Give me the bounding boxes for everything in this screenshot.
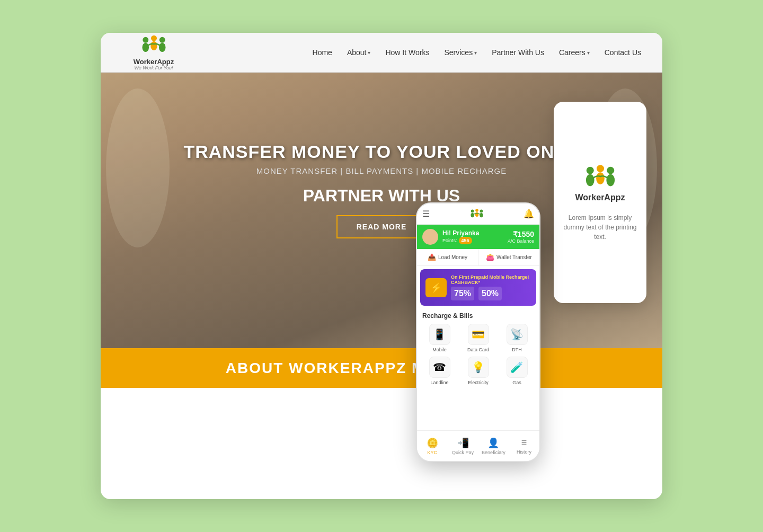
svg-point-2 (151, 36, 157, 41)
grid-item-datacard[interactable]: 💳 Data Card (461, 324, 495, 352)
bottom-nav-quickpay[interactable]: 📲 Quick Pay (448, 431, 478, 461)
svg-point-3 (150, 41, 157, 50)
main-container: WorkerAppz We Work For You! Home About ▾… (101, 33, 662, 499)
grid-item-electricity[interactable]: 💡 Electricity (461, 357, 495, 385)
nav-link-home[interactable]: Home (307, 45, 338, 60)
hamburger-icon[interactable]: ☰ (422, 209, 430, 219)
datacard-label: Data Card (467, 347, 489, 352)
gas-icon: 🧪 (507, 357, 528, 378)
cashback-label: CASHBACK* (451, 280, 531, 285)
bottom-nav-beneficiary[interactable]: 👤 Beneficiary (478, 431, 509, 461)
nav-link-services[interactable]: Services ▾ (439, 45, 482, 60)
phone-greeting-bar: Hi! Priyanka Points: 456 ₹1550 A/C Balan… (417, 225, 539, 249)
svg-point-14 (597, 165, 604, 172)
nav-link-partner[interactable]: Partner With Us (486, 45, 549, 60)
promo-image: ⚡ (425, 278, 447, 297)
kyc-icon: 🪙 (427, 437, 438, 449)
grid-item-dth[interactable]: 📡 DTH (500, 324, 534, 352)
nav-item-howitworks[interactable]: How It Works (380, 45, 434, 60)
navbar: WorkerAppz We Work For You! Home About ▾… (101, 33, 662, 73)
svg-point-9 (475, 212, 478, 216)
card-description: Lorem Ipsum is simply dummy text of the … (562, 213, 638, 242)
greeting-left: Hi! Priyanka Points: 456 (422, 229, 479, 245)
bottom-nav-history[interactable]: ≡ History (509, 431, 539, 461)
yellow-banner: ABOUT WORKERAPPZ MONEY TRAN... (101, 348, 662, 388)
load-money-icon: 📤 (428, 253, 436, 261)
quickpay-label: Quick Pay (452, 450, 474, 455)
balance-label: A/C Balance (508, 238, 534, 244)
svg-point-17 (606, 174, 615, 186)
nav-item-home[interactable]: Home (307, 45, 338, 60)
nav-link-contact[interactable]: Contact Us (599, 45, 646, 60)
beneficiary-label: Beneficiary (482, 450, 505, 455)
svg-point-0 (143, 37, 148, 43)
history-icon: ≡ (521, 437, 527, 448)
svg-point-7 (471, 212, 474, 217)
promo-title: On First Prepaid Mobile Recharge! (451, 274, 531, 280)
grid-item-gas[interactable]: 🧪 Gas (500, 357, 534, 385)
dth-icon: 📡 (507, 324, 528, 345)
grid-item-mobile[interactable]: 📱 Mobile (422, 324, 457, 352)
bottom-nav-kyc[interactable]: 🪙 KYC (417, 431, 448, 461)
phone-mockup: ☰ 🔔 Hi! Priyanka (416, 202, 540, 462)
svg-point-4 (159, 37, 165, 43)
kyc-label: KYC (428, 450, 438, 455)
electricity-icon: 💡 (468, 357, 489, 378)
electricity-label: Electricity (468, 380, 489, 385)
phone-logo-icon (469, 208, 484, 220)
svg-point-10 (480, 209, 483, 212)
svg-point-8 (475, 209, 478, 212)
points-area: Points: 456 (442, 237, 479, 244)
svg-point-11 (480, 212, 483, 217)
nav-item-services[interactable]: Services ▾ (439, 45, 482, 60)
gas-label: Gas (512, 380, 521, 385)
load-money-btn[interactable]: 📤 Load Money (417, 249, 478, 265)
cashback-values: 75% 50% (451, 287, 531, 300)
recharge-section-title: Recharge & Bills (417, 309, 539, 321)
nav-item-about[interactable]: About ▾ (342, 45, 376, 60)
quickpay-icon: 📲 (457, 437, 469, 449)
nav-link-howitworks[interactable]: How It Works (380, 45, 434, 60)
logo-area: WorkerAppz We Work For You! (117, 34, 191, 70)
load-money-label: Load Money (438, 254, 467, 260)
points-value: 456 (459, 237, 472, 244)
phone-actions: 📤 Load Money 👛 Wallet Transfer (417, 249, 539, 266)
promo-banner: ⚡ On First Prepaid Mobile Recharge! CASH… (420, 269, 536, 306)
logo-name: WorkerAppz (134, 58, 174, 65)
nav-item-partner[interactable]: Partner With Us (486, 45, 549, 60)
services-dropdown-arrow: ▾ (474, 50, 477, 56)
svg-point-1 (142, 43, 149, 52)
card-logo-name: WorkerAppz (575, 193, 625, 202)
wallet-transfer-label: Wallet Transfer (496, 254, 532, 260)
points-label: Points: (442, 238, 457, 243)
wallet-icon: 👛 (486, 253, 494, 261)
nav-item-contact[interactable]: Contact Us (599, 45, 646, 60)
landline-label: Landline (430, 380, 448, 385)
svg-point-12 (586, 166, 593, 174)
wallet-transfer-btn[interactable]: 👛 Wallet Transfer (478, 249, 539, 265)
logo-icon (139, 34, 168, 58)
greeting-name: Hi! Priyanka (442, 229, 479, 237)
nav-link-about[interactable]: About ▾ (342, 45, 376, 60)
card-logo-icon (582, 164, 619, 193)
mobile-icon: 📱 (429, 324, 450, 345)
promo-text-area: On First Prepaid Mobile Recharge! CASHBA… (451, 274, 531, 300)
nav-item-careers[interactable]: Careers ▾ (554, 45, 595, 60)
user-avatar (422, 229, 438, 245)
svg-point-5 (158, 43, 165, 52)
phone-topbar: ☰ 🔔 (417, 203, 539, 225)
dth-label: DTH (512, 347, 522, 352)
landline-icon: ☎ (429, 357, 450, 378)
side-info-card: WorkerAppz Lorem Ipsum is simply dummy t… (554, 102, 646, 303)
grid-item-landline[interactable]: ☎ Landline (422, 357, 457, 385)
greeting-right: ₹1550 A/C Balance (508, 230, 534, 244)
balance-amount: ₹1550 (508, 230, 534, 238)
logo-tagline: We Work For You! (134, 65, 173, 70)
svg-point-6 (471, 209, 474, 212)
read-more-button[interactable]: READ MORE (336, 215, 427, 238)
bell-icon[interactable]: 🔔 (524, 209, 534, 219)
greeting-info: Hi! Priyanka Points: 456 (442, 229, 479, 244)
svg-point-15 (596, 172, 605, 184)
services-grid: 📱 Mobile 💳 Data Card 📡 DTH ☎ Landline 💡 … (417, 321, 539, 388)
nav-link-careers[interactable]: Careers ▾ (554, 45, 595, 60)
